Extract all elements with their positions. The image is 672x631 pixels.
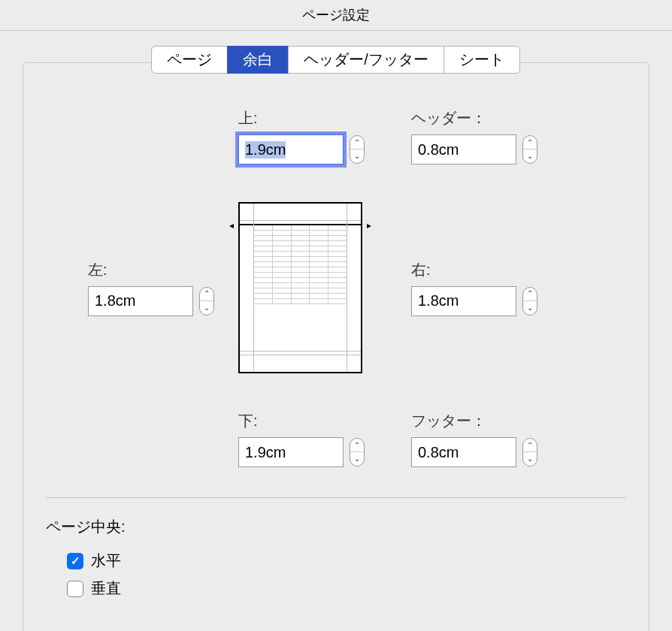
stepper-down-icon[interactable]: ⌄ xyxy=(200,301,213,315)
header-input[interactable] xyxy=(411,134,516,165)
vertical-label: 垂直 xyxy=(91,578,121,599)
footer-label: フッター： xyxy=(411,411,584,431)
tab-margin[interactable]: 余白 xyxy=(227,46,289,74)
dialog-title: ページ設定 xyxy=(0,0,672,31)
tab-sheet[interactable]: シート xyxy=(443,46,520,74)
top-stepper[interactable]: ⌃ ⌄ xyxy=(350,135,365,164)
stepper-down-icon[interactable]: ⌄ xyxy=(350,149,364,163)
right-stepper[interactable]: ⌃ ⌄ xyxy=(522,287,537,316)
check-icon: ✓ xyxy=(71,554,80,568)
stepper-down-icon[interactable]: ⌄ xyxy=(523,452,537,466)
header-label: ヘッダー： xyxy=(411,108,584,128)
right-input[interactable] xyxy=(411,286,516,316)
horizontal-label: 水平 xyxy=(91,551,121,571)
stepper-down-icon[interactable]: ⌄ xyxy=(523,301,537,315)
footer-input[interactable] xyxy=(411,437,516,467)
stepper-up-icon[interactable]: ⌃ xyxy=(523,288,537,301)
stepper-up-icon[interactable]: ⌃ xyxy=(350,136,364,149)
left-stepper[interactable]: ⌃ ⌄ xyxy=(199,287,214,316)
top-input[interactable] xyxy=(238,134,344,165)
arrow-right-icon: ▸ xyxy=(367,220,371,231)
arrow-left-icon: ◂ xyxy=(229,220,234,231)
vertical-checkbox[interactable] xyxy=(67,581,83,597)
header-stepper[interactable]: ⌃ ⌄ xyxy=(522,135,537,164)
tab-bar: ページ 余白 ヘッダー/フッター シート xyxy=(23,46,649,74)
bottom-label: 下: xyxy=(238,411,411,431)
tab-page[interactable]: ページ xyxy=(151,46,228,74)
stepper-up-icon[interactable]: ⌃ xyxy=(200,288,213,301)
footer-stepper[interactable]: ⌃ ⌄ xyxy=(522,438,537,466)
left-input[interactable] xyxy=(88,286,193,316)
center-section-label: ページ中央: xyxy=(46,517,626,537)
right-label: 右: xyxy=(411,260,584,280)
bottom-stepper[interactable]: ⌃ ⌄ xyxy=(350,438,365,466)
stepper-up-icon[interactable]: ⌃ xyxy=(523,136,537,149)
tab-headerfooter[interactable]: ヘッダー/フッター xyxy=(288,46,444,74)
stepper-up-icon[interactable]: ⌃ xyxy=(350,439,364,452)
stepper-down-icon[interactable]: ⌄ xyxy=(523,149,537,163)
stepper-down-icon[interactable]: ⌄ xyxy=(350,452,364,466)
stepper-up-icon[interactable]: ⌃ xyxy=(523,439,537,452)
bottom-input[interactable] xyxy=(238,437,344,467)
page-preview: ◂ ▸ xyxy=(238,202,362,373)
divider xyxy=(46,497,626,498)
horizontal-checkbox[interactable]: ✓ xyxy=(67,553,83,569)
top-label: 上: xyxy=(238,108,411,128)
left-label: 左: xyxy=(88,260,238,280)
